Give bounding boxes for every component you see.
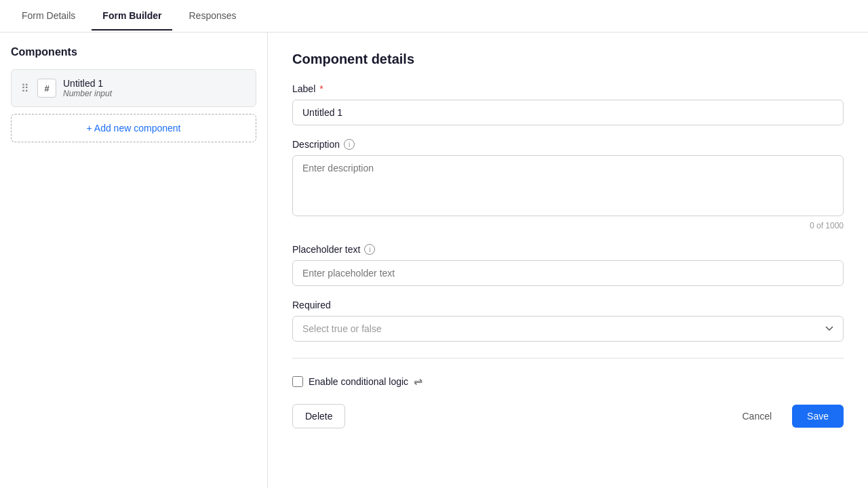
component-info: Untitled 1 Number input xyxy=(63,78,112,98)
component-type-label: Number input xyxy=(63,89,112,98)
sidebar-title: Components xyxy=(11,46,256,58)
content-area: Component details Label * Description i … xyxy=(268,33,868,488)
action-row: Delete Cancel Save xyxy=(292,404,844,428)
component-name: Untitled 1 xyxy=(63,78,112,89)
required-field-label: Required xyxy=(292,300,844,310)
required-select[interactable]: Select true or false true false xyxy=(292,316,844,342)
label-field-group: Label * xyxy=(292,83,844,125)
placeholder-field-group: Placeholder text i xyxy=(292,244,844,286)
component-type-icon: # xyxy=(37,79,56,98)
placeholder-input[interactable] xyxy=(292,260,844,286)
cancel-button[interactable]: Cancel xyxy=(730,405,784,428)
description-field-label: Description i xyxy=(292,139,844,150)
main-layout: Components ⠿ # Untitled 1 Number input +… xyxy=(0,33,868,488)
required-star: * xyxy=(319,83,323,94)
sidebar: Components ⠿ # Untitled 1 Number input +… xyxy=(0,33,268,488)
btn-group: Cancel Save xyxy=(730,405,844,428)
placeholder-field-label: Placeholder text i xyxy=(292,244,844,255)
label-input[interactable] xyxy=(292,100,844,125)
add-component-button[interactable]: + Add new component xyxy=(11,114,256,142)
conditional-logic-row: Enable conditional logic ⇌ xyxy=(292,375,844,388)
tab-form-builder[interactable]: Form Builder xyxy=(92,2,172,30)
description-field-group: Description i 0 of 1000 xyxy=(292,139,844,230)
component-item[interactable]: ⠿ # Untitled 1 Number input xyxy=(11,69,256,107)
save-button[interactable]: Save xyxy=(792,405,844,428)
divider xyxy=(292,358,844,359)
drag-handle-icon[interactable]: ⠿ xyxy=(21,82,29,95)
conditional-logic-checkbox[interactable] xyxy=(292,376,303,387)
top-nav: Form Details Form Builder Responses xyxy=(0,0,868,33)
label-field-label: Label * xyxy=(292,83,844,94)
delete-button[interactable]: Delete xyxy=(292,404,345,428)
conditional-logic-label[interactable]: Enable conditional logic xyxy=(309,376,408,387)
description-textarea[interactable] xyxy=(292,155,844,216)
logic-flow-icon: ⇌ xyxy=(414,375,422,388)
placeholder-info-icon: i xyxy=(364,244,375,255)
tab-responses[interactable]: Responses xyxy=(178,2,247,30)
required-field-group: Required Select true or false true false xyxy=(292,300,844,342)
tab-form-details[interactable]: Form Details xyxy=(11,2,86,30)
description-info-icon: i xyxy=(344,139,355,150)
char-count: 0 of 1000 xyxy=(292,221,844,230)
component-details-title: Component details xyxy=(292,52,844,67)
